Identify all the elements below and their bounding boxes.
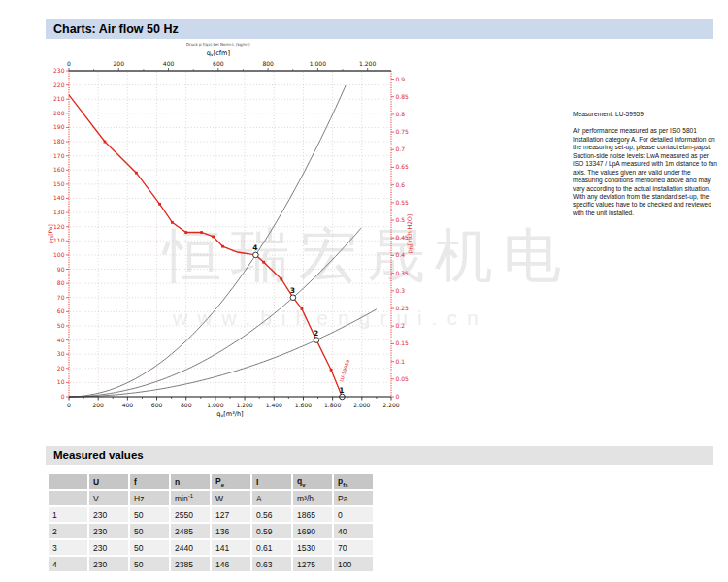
svg-text:110: 110 xyxy=(53,237,65,243)
svg-text:0.8: 0.8 xyxy=(396,111,406,117)
measurement-note: Measurement: LU-59959 Air performance me… xyxy=(573,111,718,217)
svg-text:10: 10 xyxy=(57,378,65,385)
row-index: 3 xyxy=(49,540,87,555)
col-unit xyxy=(49,491,87,505)
svg-text:0.15: 0.15 xyxy=(396,340,410,346)
svg-text:0.65: 0.65 xyxy=(396,163,410,170)
svg-text:200: 200 xyxy=(114,60,125,67)
table-cell: 1865 xyxy=(293,507,332,522)
svg-text:80: 80 xyxy=(57,279,65,286)
svg-text:pfs[Pa]: pfs[Pa] xyxy=(47,224,54,243)
table-cell: 1530 xyxy=(293,540,332,555)
svg-text:190: 190 xyxy=(53,123,65,130)
table-cell: 50 xyxy=(130,540,169,555)
table-cell: 0.61 xyxy=(252,540,291,555)
table-row: 42305023851460.631275100 xyxy=(49,557,373,571)
svg-text:0: 0 xyxy=(396,393,400,400)
svg-text:230: 230 xyxy=(53,67,65,74)
svg-text:0: 0 xyxy=(61,393,65,400)
table-cell: 50 xyxy=(130,507,169,522)
svg-text:30: 30 xyxy=(57,350,65,357)
svg-text:800: 800 xyxy=(181,402,192,408)
svg-text:4: 4 xyxy=(252,243,257,252)
svg-text:1.000: 1.000 xyxy=(310,60,326,67)
svg-text:0: 0 xyxy=(67,402,71,408)
svg-text:0.3: 0.3 xyxy=(396,287,406,294)
col-unit: W xyxy=(212,491,250,505)
svg-text:2: 2 xyxy=(314,329,318,338)
col-header: n xyxy=(171,474,210,489)
svg-text:2.200: 2.200 xyxy=(382,402,399,408)
svg-text:0.7: 0.7 xyxy=(396,146,406,152)
svg-text:0.25: 0.25 xyxy=(396,305,410,311)
svg-text:150: 150 xyxy=(53,180,65,187)
col-header: Pe xyxy=(212,474,250,489)
table-cell: 2385 xyxy=(171,557,210,571)
svg-text:160: 160 xyxy=(53,166,65,173)
svg-text:0.5: 0.5 xyxy=(396,216,406,223)
table-cell: 0.56 xyxy=(252,507,291,522)
table-cell: 50 xyxy=(130,524,169,538)
table-cell: 100 xyxy=(334,557,373,571)
svg-text:600: 600 xyxy=(151,402,163,408)
measured-values-table: UfnPeIqvpfsVHzmin-1WAm³/hPa1230502550127… xyxy=(47,472,375,573)
table-cell: 2550 xyxy=(171,507,210,522)
svg-text:210: 210 xyxy=(53,95,65,102)
svg-text:200: 200 xyxy=(92,402,104,408)
svg-text:qv[m³/h]: qv[m³/h] xyxy=(216,410,243,418)
svg-text:1.000: 1.000 xyxy=(207,402,223,408)
table-cell: 230 xyxy=(89,524,128,538)
table-cell: 141 xyxy=(212,540,250,555)
svg-text:170: 170 xyxy=(53,152,65,159)
svg-text:120: 120 xyxy=(53,223,65,230)
svg-text:100: 100 xyxy=(53,251,65,258)
svg-text:0.35: 0.35 xyxy=(396,270,410,276)
col-header: qv xyxy=(293,474,332,489)
svg-text:0.2: 0.2 xyxy=(396,322,406,329)
table-cell: 136 xyxy=(212,524,250,538)
airflow-chart: 1234LU-5995902004006008001.0001.200qv[cf… xyxy=(0,0,447,441)
svg-text:0.55: 0.55 xyxy=(396,199,410,206)
svg-text:20: 20 xyxy=(57,365,65,372)
col-unit: m³/h xyxy=(293,491,332,505)
table-cell: 2485 xyxy=(171,524,210,538)
svg-text:200: 200 xyxy=(53,110,65,116)
col-header: pfs xyxy=(334,474,373,489)
datasheet-page: Charts: Air flow 50 Hz 恒瑞宏晟机电 www.biheng… xyxy=(0,0,728,582)
col-header: I xyxy=(252,474,291,489)
measurement-id: Measurement: LU-59959 xyxy=(573,111,718,118)
table-cell: 230 xyxy=(89,557,128,571)
svg-text:40: 40 xyxy=(57,337,65,343)
svg-text:3: 3 xyxy=(290,286,295,295)
table-units-row: VHzmin-1WAm³/hPa xyxy=(49,491,373,505)
col-unit: A xyxy=(252,491,291,505)
svg-text:180: 180 xyxy=(53,138,65,145)
col-unit: Pa xyxy=(334,491,373,505)
svg-text:1.600: 1.600 xyxy=(295,402,312,408)
svg-text:0.1: 0.1 xyxy=(396,358,406,365)
table-header-row: UfnPeIqvpfs xyxy=(49,474,373,489)
svg-text:0: 0 xyxy=(67,60,71,67)
table-cell: 146 xyxy=(212,557,250,571)
table-row: 22305024851360.59169040 xyxy=(49,524,373,538)
svg-text:1.200: 1.200 xyxy=(359,60,376,67)
col-unit: min-1 xyxy=(171,491,210,505)
table-cell: 230 xyxy=(89,507,128,522)
table-row: 32305024401410.61153070 xyxy=(49,540,373,555)
svg-text:Druck p f(qv) bei Norm-L (kg/m: Druck p f(qv) bei Norm-L (kg/m³) xyxy=(186,42,250,47)
table-row: 12305025501270.5618650 xyxy=(49,507,373,522)
svg-text:140: 140 xyxy=(53,194,65,201)
svg-text:60: 60 xyxy=(57,307,65,314)
svg-text:qv[cfm]: qv[cfm] xyxy=(207,49,230,57)
svg-text:1.200: 1.200 xyxy=(236,402,252,408)
col-unit: V xyxy=(89,491,128,505)
svg-text:1.800: 1.800 xyxy=(324,402,341,408)
row-index: 2 xyxy=(49,524,87,538)
table-cell: 1690 xyxy=(293,524,332,538)
table-cell: 50 xyxy=(130,557,169,571)
svg-text:70: 70 xyxy=(57,294,65,301)
table-cell: 40 xyxy=(334,524,373,538)
svg-text:LU-59959: LU-59959 xyxy=(338,359,350,383)
svg-text:0.05: 0.05 xyxy=(396,375,410,382)
svg-text:0.6: 0.6 xyxy=(396,181,406,188)
